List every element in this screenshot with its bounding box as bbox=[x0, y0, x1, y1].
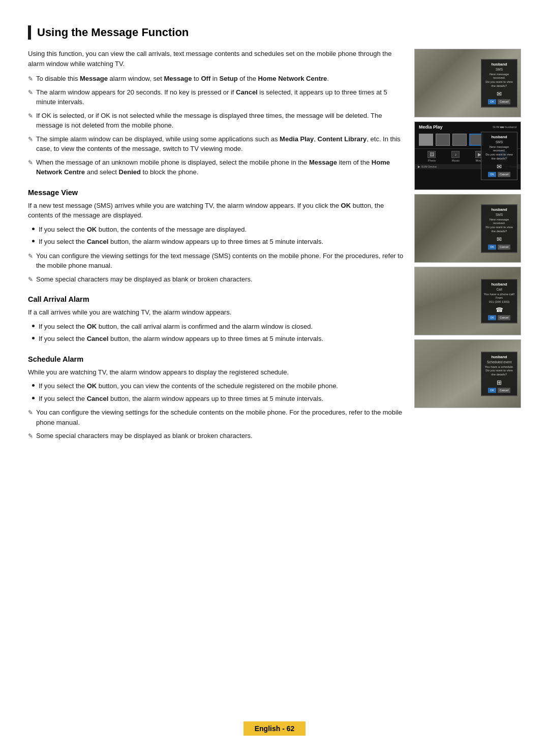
note-item-2: ✎ The alarm window appears for 20 second… bbox=[28, 87, 404, 107]
schedule-alarm-bullets: If you select the OK button, you can vie… bbox=[32, 381, 404, 403]
list-item: If you select the OK button, the call ar… bbox=[32, 322, 404, 332]
screenshot-sms-tv: husband SMS New message received.Do you … bbox=[414, 49, 521, 117]
note-text-5: When the message of an unknown mobile ph… bbox=[36, 158, 404, 177]
panel-cancel-btn-2[interactable]: Cancel bbox=[498, 172, 510, 177]
note-icon-2: ✎ bbox=[28, 88, 33, 97]
section-message-view-intro: If a new test message (SMS) arrives whil… bbox=[28, 201, 404, 220]
schedule-alarm-note-1: ✎ You can configure the viewing settings… bbox=[28, 407, 404, 427]
page-title: Using the Message Function bbox=[37, 26, 189, 39]
note-text-4: The simple alarm window can be displayed… bbox=[36, 134, 404, 154]
panel-ok-btn-3[interactable]: OK bbox=[488, 244, 496, 249]
message-view-bullets: If you select the OK button, the content… bbox=[32, 225, 404, 247]
note-item-4: ✎ The simple alarm window can be display… bbox=[28, 134, 404, 154]
panel-icon-2: ✉ bbox=[483, 163, 515, 170]
music-icon: ♪ bbox=[451, 151, 460, 158]
page-container: Using the Message Function Using this fu… bbox=[0, 0, 549, 756]
screenshot-sms-tv2: husband SMS New message received.Do you … bbox=[414, 194, 521, 263]
panel-cancel-btn-5[interactable]: Cancel bbox=[498, 388, 510, 393]
panel-icon-3: ✉ bbox=[483, 236, 515, 243]
panel-cancel-btn-1[interactable]: Cancel bbox=[498, 99, 510, 104]
mp-bottom-left: ▶ SUM Device bbox=[418, 165, 437, 168]
screenshot-mediaplay: Media Play SUM ■■ husband 🖼 bbox=[414, 121, 521, 190]
note-text-3: If OK is selected, or if OK is not selec… bbox=[36, 111, 404, 131]
section-schedule-alarm-intro: While you are watching TV, the alarm win… bbox=[28, 367, 404, 377]
panel-icon-4: ☎ bbox=[483, 306, 515, 313]
panel-icon-1: ✉ bbox=[483, 90, 515, 98]
right-images: husband SMS New message received.Do you … bbox=[414, 49, 521, 445]
panel-body-2: New message received.Do you want to view… bbox=[483, 145, 515, 161]
panel-header-1: SMS bbox=[483, 68, 515, 71]
section-call-arrival-intro: If a call arrives while you are watching… bbox=[28, 307, 404, 318]
list-item: If you select the OK button, the content… bbox=[32, 225, 404, 235]
message-view-note-1: ✎ You can configure the viewing settings… bbox=[28, 251, 404, 271]
panel-cancel-btn-3[interactable]: Cancel bbox=[498, 244, 510, 249]
schedule-alarm-note-2: ✎ Some special characters may be display… bbox=[28, 431, 404, 441]
screenshot-call-alert: husband Call You have a phone call!From0… bbox=[414, 267, 521, 335]
sms-overlay-panel-3: husband SMS New message received.Do you … bbox=[481, 204, 517, 253]
mp-thumb-3 bbox=[452, 134, 467, 146]
note-text: Some special characters may be displayed… bbox=[36, 274, 404, 285]
note-text: Some special characters may be displayed… bbox=[36, 431, 404, 441]
panel-body-3: New message received.Do you want to view… bbox=[483, 218, 515, 234]
panel-contact-2: husband bbox=[483, 135, 515, 139]
screenshot-schedule-alert: husband Scheduled event You have a sched… bbox=[414, 339, 521, 408]
note-text: You can configure the viewing settings f… bbox=[36, 407, 404, 427]
mp-icon-photo: 🖼 Photo bbox=[428, 151, 436, 162]
list-item: If you select the Cancel button, the ala… bbox=[32, 237, 404, 247]
panel-buttons-1: OK Cancel bbox=[483, 99, 515, 104]
note-text-2: The alarm window appears for 20 seconds.… bbox=[36, 87, 404, 107]
panel-cancel-btn-4[interactable]: Cancel bbox=[498, 315, 510, 320]
photo-icon: 🖼 bbox=[428, 151, 436, 158]
panel-ok-btn-5[interactable]: OK bbox=[488, 388, 496, 393]
screenshot-inner-4: husband Call You have a phone call!From0… bbox=[415, 267, 521, 335]
screenshot-inner-5: husband Scheduled event You have a sched… bbox=[415, 340, 521, 407]
panel-ok-btn-4[interactable]: OK bbox=[488, 315, 496, 320]
panel-contact-4: husband bbox=[483, 282, 515, 287]
note-icon: ✎ bbox=[28, 431, 33, 440]
note-icon: ✎ bbox=[28, 251, 33, 261]
mp-icon-music: ♪ Music bbox=[451, 151, 460, 162]
section-call-arrival-title: Call Arrival Alarm bbox=[28, 295, 404, 303]
bullet-dot bbox=[32, 240, 35, 242]
list-item: If you select the Cancel button, the ala… bbox=[32, 394, 404, 404]
panel-header-2: SMS bbox=[483, 140, 515, 144]
note-text-1: To disable this Message alarm window, se… bbox=[36, 74, 404, 84]
schedule-overlay-panel: husband Scheduled event You have a sched… bbox=[481, 352, 517, 396]
bullet-dot bbox=[32, 228, 35, 230]
note-icon-4: ✎ bbox=[28, 135, 33, 144]
call-overlay-panel: husband Call You have a phone call!From0… bbox=[481, 279, 517, 323]
note-item-5: ✎ When the message of an unknown mobile … bbox=[28, 158, 404, 177]
section-schedule-alarm: Schedule Alarm While you are watching TV… bbox=[28, 355, 404, 441]
left-content: Using this function, you can view the ca… bbox=[28, 49, 404, 445]
mp-header: Media Play SUM ■■ husband bbox=[415, 122, 521, 131]
title-accent bbox=[28, 25, 31, 40]
bullet-dot bbox=[32, 337, 35, 339]
panel-buttons-3: OK Cancel bbox=[483, 244, 515, 249]
section-title-bar: Using the Message Function bbox=[28, 25, 521, 40]
panel-header-3: SMS bbox=[483, 213, 515, 216]
note-icon-3: ✎ bbox=[28, 111, 33, 120]
call-arrival-bullets: If you select the OK button, the call ar… bbox=[32, 322, 404, 344]
note-icon-1: ✎ bbox=[28, 74, 33, 83]
mp-title: Media Play bbox=[419, 124, 443, 130]
note-item-1: ✎ To disable this Message alarm window, … bbox=[28, 74, 404, 84]
mp-thumb-1 bbox=[419, 134, 433, 146]
bullet-dot bbox=[32, 397, 35, 399]
intro-paragraph: Using this function, you can view the ca… bbox=[28, 49, 404, 69]
note-icon: ✎ bbox=[28, 275, 33, 284]
panel-contact-3: husband bbox=[483, 207, 515, 212]
panel-icon-5: ⊞ bbox=[483, 379, 515, 386]
panel-header-5: Scheduled event bbox=[483, 360, 515, 364]
panel-contact-5: husband bbox=[483, 355, 515, 359]
bullet-dot bbox=[32, 384, 35, 387]
panel-ok-btn-1[interactable]: OK bbox=[488, 99, 496, 104]
note-icon: ✎ bbox=[28, 408, 33, 417]
list-item: If you select the OK button, you can vie… bbox=[32, 381, 404, 391]
note-text: You can configure the viewing settings f… bbox=[36, 251, 404, 271]
mp-thumb-2 bbox=[436, 134, 450, 146]
main-layout: Using this function, you can view the ca… bbox=[28, 49, 521, 445]
message-view-note-2: ✎ Some special characters may be display… bbox=[28, 274, 404, 285]
panel-header-4: Call bbox=[483, 288, 515, 291]
panel-ok-btn-2[interactable]: OK bbox=[488, 172, 496, 177]
section-call-arrival: Call Arrival Alarm If a call arrives whi… bbox=[28, 295, 404, 344]
